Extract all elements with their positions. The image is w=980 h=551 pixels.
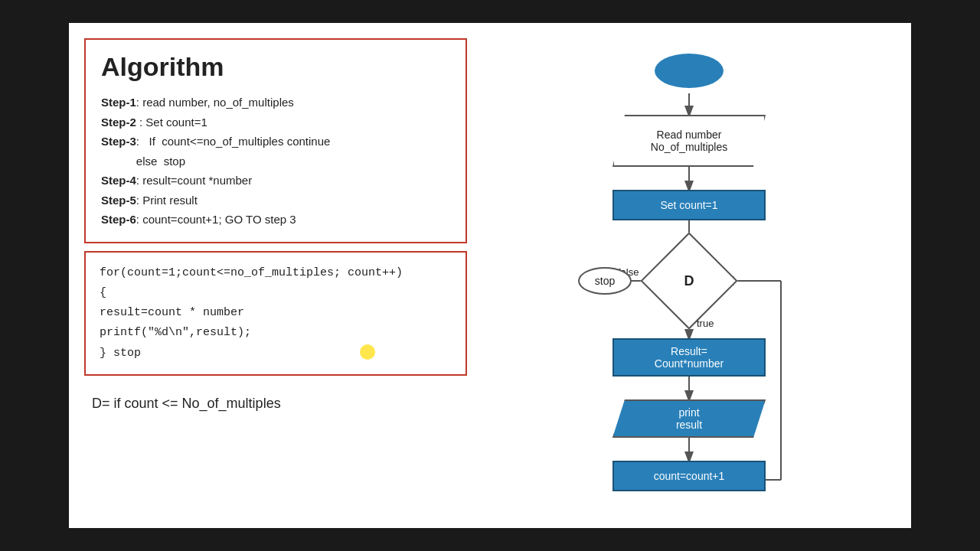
flowchart-container: Read numberNo_of_multiples Set count=1 D… bbox=[555, 46, 823, 513]
set-count-rect: Set count=1 bbox=[612, 190, 766, 220]
diamond-wrapper: D bbox=[655, 246, 724, 315]
code-line-1: for(count=1;count<=no_of_multiples; coun… bbox=[100, 263, 452, 283]
step-6: Step-6: count=count+1; GO TO step 3 bbox=[101, 210, 450, 230]
step-2: Step-2 : Set count=1 bbox=[101, 112, 450, 132]
step-1: Step-1: read number, no_of_multiples bbox=[101, 93, 450, 112]
diamond-label: D bbox=[684, 273, 694, 289]
code-line-3: result=count * number bbox=[100, 303, 452, 323]
algorithm-steps: Step-1: read number, no_of_multiples Ste… bbox=[101, 93, 450, 230]
step-5: Step-5: Print result bbox=[101, 191, 450, 210]
algorithm-box: Algorithm Step-1: read number, no_of_mul… bbox=[84, 38, 467, 243]
stop-oval: stop bbox=[578, 267, 632, 295]
algorithm-title: Algorithm bbox=[101, 52, 450, 82]
slide: Algorithm Step-1: read number, no_of_mul… bbox=[69, 23, 911, 528]
left-panel: Algorithm Step-1: read number, no_of_mul… bbox=[84, 38, 467, 513]
code-line-4: printf("%d\n",result); bbox=[100, 323, 452, 343]
true-label: true bbox=[697, 318, 714, 329]
step-3: Step-3: If count<=no_of_multiples contin… bbox=[101, 132, 450, 152]
diamond-shape: D bbox=[640, 232, 737, 329]
step-4: Step-4: result=count *number bbox=[101, 171, 450, 191]
result-rect: Result=Count*number bbox=[612, 338, 766, 377]
print-para: printresult bbox=[612, 399, 766, 438]
count-rect: count=count+1 bbox=[612, 461, 766, 491]
right-panel: Read numberNo_of_multiples Set count=1 D… bbox=[482, 38, 896, 513]
start-oval bbox=[655, 54, 724, 88]
code-line-5: } stop bbox=[100, 344, 452, 364]
step-3-else: else stop bbox=[101, 152, 450, 171]
bottom-text: D= if count <= No_of_multiples bbox=[84, 396, 467, 412]
code-line-2: { bbox=[100, 283, 452, 303]
read-parallelogram: Read numberNo_of_multiples bbox=[612, 115, 766, 167]
code-box: for(count=1;count<=no_of_multiples; coun… bbox=[84, 251, 467, 376]
